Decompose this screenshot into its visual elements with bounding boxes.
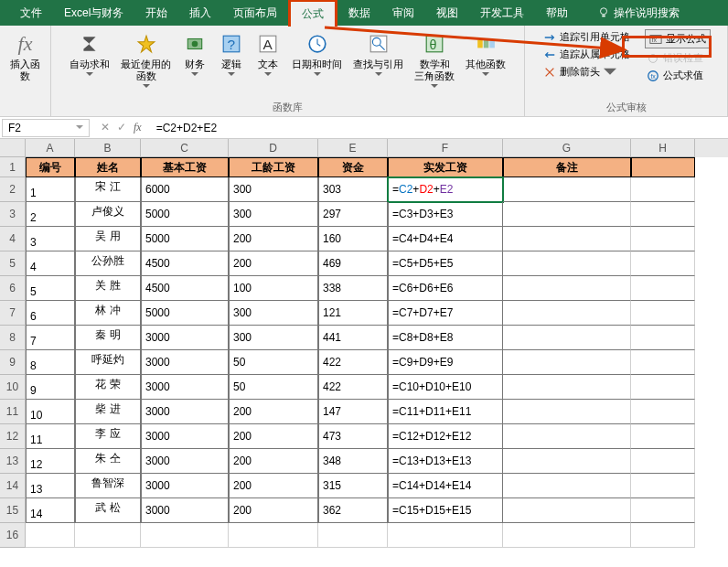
column-header[interactable]: A (26, 139, 75, 157)
cell[interactable] (631, 523, 695, 548)
cell[interactable] (631, 474, 695, 498)
lookup-button[interactable]: 查找与引用 (351, 29, 405, 79)
cell[interactable] (503, 301, 631, 326)
name-box[interactable]: F2 (2, 119, 90, 137)
trace-dependents-button[interactable]: 追踪从属单元格 (541, 47, 632, 62)
more-button[interactable]: 其他函数 (464, 29, 508, 79)
fx-icon[interactable]: fx (134, 121, 142, 134)
cell[interactable]: 50 (229, 350, 318, 375)
cell[interactable] (631, 424, 695, 449)
cell[interactable]: 3000 (141, 375, 229, 400)
cell[interactable]: =C4+D4+E4 (388, 227, 503, 251)
row-header[interactable]: 6 (0, 276, 26, 301)
cell[interactable] (503, 449, 631, 474)
cell[interactable]: 121 (318, 301, 388, 326)
column-header[interactable]: H (631, 139, 695, 157)
cell[interactable]: 300 (229, 177, 318, 202)
cell[interactable]: 林 冲 (75, 301, 141, 326)
cell[interactable] (631, 276, 695, 301)
row-header[interactable]: 15 (0, 498, 26, 523)
cell[interactable] (631, 251, 695, 276)
accept-formula-icon[interactable]: ✓ (117, 121, 126, 134)
cell[interactable]: 4 (26, 251, 75, 276)
row-header[interactable]: 8 (0, 326, 26, 350)
cell[interactable]: 1 (26, 177, 75, 202)
cell[interactable] (503, 400, 631, 424)
cell[interactable]: =C6+D6+E6 (388, 276, 503, 301)
cell[interactable]: 160 (318, 227, 388, 251)
column-header[interactable]: F (388, 139, 503, 157)
cell[interactable]: 338 (318, 276, 388, 301)
cell[interactable] (503, 350, 631, 375)
cell[interactable] (503, 498, 631, 523)
cell[interactable]: 200 (229, 449, 318, 474)
cell[interactable]: 300 (229, 326, 318, 350)
row-header[interactable]: 14 (0, 474, 26, 498)
cell[interactable]: 6 (26, 301, 75, 326)
cell[interactable]: 3000 (141, 498, 229, 523)
cell[interactable] (503, 177, 631, 202)
column-header[interactable]: B (75, 139, 141, 157)
cell[interactable]: 422 (318, 375, 388, 400)
cell[interactable]: 朱 仝 (75, 449, 141, 474)
cell[interactable]: 362 (318, 498, 388, 523)
text-button[interactable]: A文本 (253, 29, 283, 79)
tab-开始[interactable]: 开始 (134, 1, 178, 26)
cell[interactable] (631, 157, 695, 177)
column-header[interactable]: E (318, 139, 388, 157)
row-header[interactable]: 1 (0, 157, 26, 177)
cell[interactable] (141, 523, 229, 548)
row-header[interactable]: 16 (0, 523, 26, 548)
cell[interactable]: 3000 (141, 424, 229, 449)
cell[interactable]: 鲁智深 (75, 474, 141, 498)
cell[interactable]: =C15+D15+E15 (388, 498, 503, 523)
cell[interactable]: 5 (26, 276, 75, 301)
math-button[interactable]: θ数学和三角函数 (412, 29, 456, 91)
cell[interactable]: 12 (26, 449, 75, 474)
cell[interactable]: 卢俊义 (75, 202, 141, 227)
cell[interactable] (503, 251, 631, 276)
autosum-button[interactable]: 自动求和 (68, 29, 112, 79)
cell[interactable]: =C13+D13+E13 (388, 449, 503, 474)
logical-button[interactable]: ?逻辑 (217, 29, 246, 79)
cell[interactable]: 200 (229, 227, 318, 251)
tab-视图[interactable]: 视图 (425, 1, 469, 26)
cell[interactable]: 公孙胜 (75, 251, 141, 276)
cell[interactable]: 8 (26, 350, 75, 375)
row-header[interactable]: 7 (0, 301, 26, 326)
row-header[interactable]: 3 (0, 202, 26, 227)
cell[interactable] (75, 523, 141, 548)
cell[interactable] (388, 523, 503, 548)
cell[interactable]: 秦 明 (75, 326, 141, 350)
cell[interactable]: 11 (26, 424, 75, 449)
cell[interactable]: 473 (318, 424, 388, 449)
cell[interactable]: 14 (26, 498, 75, 523)
tab-插入[interactable]: 插入 (178, 1, 222, 26)
cell[interactable]: 6000 (141, 177, 229, 202)
cell[interactable]: 10 (26, 400, 75, 424)
cell[interactable]: 呼延灼 (75, 350, 141, 375)
cell[interactable]: 200 (229, 474, 318, 498)
trace-precedents-button[interactable]: 追踪引用单元格 (541, 29, 632, 45)
tab-公式[interactable]: 公式 (288, 0, 337, 27)
column-header[interactable]: C (141, 139, 229, 157)
cell[interactable]: 花 荣 (75, 375, 141, 400)
cell[interactable] (631, 177, 695, 202)
cell[interactable]: 200 (229, 400, 318, 424)
cell[interactable]: 3000 (141, 326, 229, 350)
cell[interactable]: 3000 (141, 474, 229, 498)
row-header[interactable]: 2 (0, 177, 26, 202)
cell[interactable]: 50 (229, 375, 318, 400)
error-check-button[interactable]: 错误检查 (645, 50, 711, 66)
cell[interactable]: 300 (229, 301, 318, 326)
tell-me-search[interactable]: 操作说明搜索 (614, 5, 680, 21)
cell[interactable]: 200 (229, 251, 318, 276)
cell[interactable] (631, 375, 695, 400)
cell[interactable]: =C8+D8+E8 (388, 326, 503, 350)
cancel-formula-icon[interactable]: ✕ (101, 121, 110, 134)
cell[interactable] (503, 202, 631, 227)
cell[interactable]: 422 (318, 350, 388, 375)
row-header[interactable]: 12 (0, 424, 26, 449)
tab-文件[interactable]: 文件 (9, 1, 53, 26)
cell[interactable]: 469 (318, 251, 388, 276)
